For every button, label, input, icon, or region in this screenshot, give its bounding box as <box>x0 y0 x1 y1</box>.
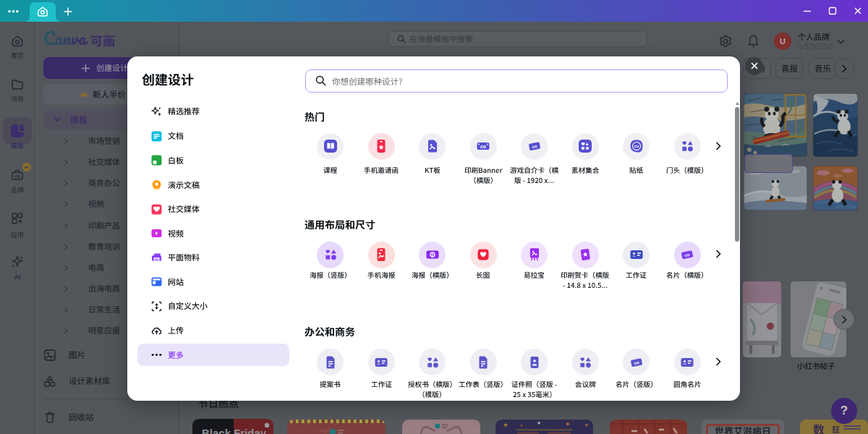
svg-text:Black Friday: Black Friday <box>202 427 267 434</box>
svg-text:co: co <box>14 174 20 179</box>
svg-text:co: co <box>480 144 486 149</box>
svg-text:co: co <box>634 144 639 148</box>
